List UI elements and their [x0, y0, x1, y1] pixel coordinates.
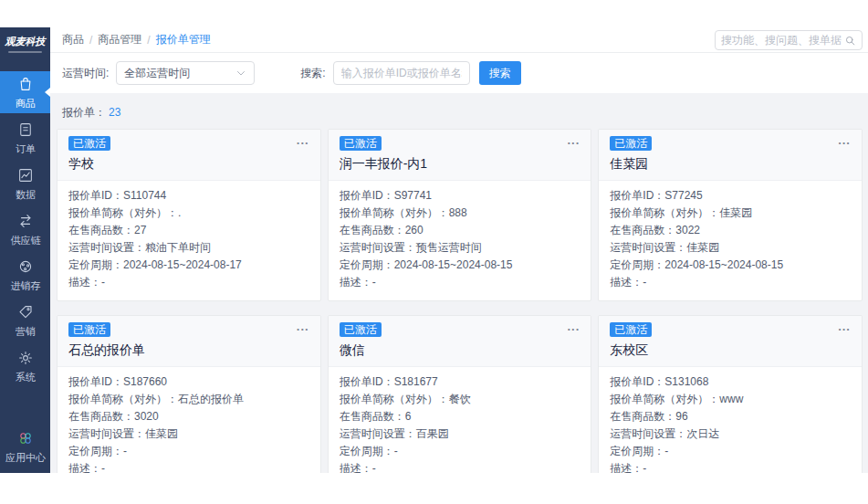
global-search-box[interactable] — [715, 30, 863, 50]
search-button[interactable]: 搜索 — [479, 61, 521, 85]
main-area: 商品 / 商品管理 / 报价单管理 运营时间: 全部运营时间 搜索: 搜索 报价… — [50, 27, 868, 473]
quotation-search-input[interactable] — [333, 61, 470, 85]
field-value: S187660 — [123, 375, 167, 388]
quotation-card-body: 报价单ID：S131068报价单简称（对外）：www在售商品数：96运营时间设置… — [599, 367, 862, 473]
field-label: 定价周期： — [340, 258, 394, 271]
field-value: 3020 — [134, 410, 159, 423]
topbar: 商品 / 商品管理 / 报价单管理 — [50, 27, 868, 53]
sidebar-item-inventory[interactable]: 进销存 — [0, 254, 50, 296]
status-badge: 已激活 — [340, 322, 382, 337]
field-value: - — [372, 462, 376, 473]
quotation-card-header: 已激活 ... 学校 — [58, 130, 320, 181]
field-value: 96 — [675, 410, 687, 423]
card-field-pricing_period: 定价周期：2024-08-15~2024-08-17 — [68, 257, 309, 274]
sidebar-item-orders[interactable]: 订单 — [0, 117, 50, 159]
bag-icon — [17, 76, 34, 95]
field-label: 在售商品数： — [68, 410, 134, 423]
field-value: - — [643, 462, 646, 473]
card-field-description: 描述：- — [68, 460, 309, 473]
sidebar-item-label: 进销存 — [10, 280, 40, 290]
field-label: 描述： — [68, 462, 101, 473]
card-field-short_name: 报价单简称（对外）：餐饮 — [340, 391, 580, 408]
field-label: 运营时间设置： — [340, 241, 416, 254]
quotation-title: 微信 — [340, 342, 580, 359]
card-field-pricing_period: 定价周期：- — [68, 443, 309, 460]
sidebar-item-label: 数据 — [15, 189, 35, 199]
field-label: 定价周期： — [610, 445, 664, 457]
quotation-card-body: 报价单ID：S97741报价单简称（对外）：888在售商品数：260运营时间设置… — [329, 181, 591, 300]
status-badge: 已激活 — [610, 136, 652, 151]
field-label: 定价周期： — [68, 445, 123, 457]
field-value: S110744 — [123, 189, 166, 202]
card-field-description: 描述：- — [340, 274, 580, 291]
field-label: 报价单简称（对外）： — [68, 393, 178, 405]
card-field-short_name: 报价单简称（对外）：佳菜园 — [610, 205, 851, 222]
field-label: 报价单简称（对外）： — [610, 393, 719, 405]
status-badge: 已激活 — [68, 136, 110, 151]
quotation-card-header: 已激活 ... 石总的报价单 — [58, 316, 320, 367]
card-field-operation_time: 运营时间设置：佳菜园 — [610, 239, 851, 257]
operation-time-select[interactable]: 全部运营时间 — [116, 61, 255, 85]
card-more-menu-button[interactable]: ... — [297, 133, 309, 147]
breadcrumb-goods-management[interactable]: 商品管理 — [98, 32, 141, 47]
quotation-card-header: 已激活 ... 佳菜园 — [599, 130, 862, 181]
global-search-input[interactable] — [721, 34, 844, 47]
field-value: - — [123, 445, 127, 457]
card-more-menu-button[interactable]: ... — [838, 133, 851, 147]
quotation-card: 已激活 ... 石总的报价单 报价单ID：S187660报价单简称（对外）：石总… — [57, 315, 321, 473]
sidebar-item-app-center[interactable]: 应用中心 — [0, 425, 50, 467]
gear-icon — [17, 350, 34, 369]
card-field-id: 报价单ID：S97741 — [340, 187, 580, 205]
card-field-id: 报价单ID：S131068 — [610, 373, 851, 391]
field-value: S181677 — [394, 375, 438, 388]
quotation-search-label: 搜索: — [300, 66, 325, 81]
sidebar-item-goods[interactable]: 商品 — [0, 71, 50, 113]
field-label: 报价单ID： — [340, 189, 394, 202]
card-field-id: 报价单ID：S77245 — [610, 187, 851, 205]
field-value: 预售运营时间 — [416, 241, 482, 254]
breadcrumb-separator: / — [89, 34, 92, 47]
card-field-product_count: 在售商品数：3022 — [610, 222, 851, 239]
tag-icon — [17, 304, 34, 323]
card-more-menu-button[interactable]: ... — [567, 133, 580, 147]
sidebar-item-supply-chain[interactable]: 供应链 — [0, 208, 50, 250]
filter-bar: 运营时间: 全部运营时间 搜索: 搜索 — [50, 53, 868, 93]
quotation-card-body: 报价单ID：S77245报价单简称（对外）：佳菜园在售商品数：3022运营时间设… — [599, 181, 862, 300]
field-value: 餐饮 — [449, 393, 471, 405]
quotation-card-header: 已激活 ... 微信 — [329, 316, 591, 367]
quotation-card: 已激活 ... 东校区 报价单ID：S131068报价单简称（对外）：www在售… — [598, 315, 863, 473]
quotation-card-header: 已激活 ... 润一丰报价-内1 — [329, 130, 591, 181]
field-label: 报价单简称（对外）： — [610, 206, 719, 219]
card-more-menu-button[interactable]: ... — [297, 320, 309, 333]
field-label: 描述： — [68, 276, 101, 289]
field-value: 3022 — [675, 224, 700, 236]
breadcrumb-goods[interactable]: 商品 — [62, 32, 84, 47]
card-field-id: 报价单ID：S187660 — [68, 373, 309, 391]
field-label: 在售商品数： — [610, 410, 675, 423]
sidebar-item-data[interactable]: 数据 — [0, 163, 50, 205]
field-label: 报价单简称（对外）： — [68, 206, 178, 219]
field-value: 佳菜园 — [145, 427, 178, 440]
field-label: 描述： — [610, 276, 643, 289]
sidebar-item-label: 营销 — [15, 326, 35, 336]
sidebar-item-marketing[interactable]: 营销 — [0, 299, 50, 341]
field-value: - — [643, 276, 646, 289]
card-field-operation_time: 运营时间设置：预售运营时间 — [340, 239, 580, 257]
quotation-count-row: 报价单：23 — [57, 99, 863, 129]
card-field-product_count: 在售商品数：260 — [340, 222, 580, 239]
breadcrumb-separator: / — [147, 34, 150, 47]
sidebar-item-system[interactable]: 系统 — [0, 345, 50, 387]
card-field-pricing_period: 定价周期：- — [610, 443, 851, 460]
quotation-title: 润一丰报价-内1 — [340, 156, 580, 173]
field-value: - — [372, 276, 376, 289]
field-label: 报价单ID： — [610, 189, 664, 202]
card-more-menu-button[interactable]: ... — [567, 320, 580, 333]
card-more-menu-button[interactable]: ... — [838, 320, 851, 333]
card-field-operation_time: 运营时间设置：佳菜园 — [68, 425, 309, 443]
quotation-card-body: 报价单ID：S187660报价单简称（对外）：石总的报价单在售商品数：3020运… — [58, 367, 320, 473]
field-label: 报价单ID： — [340, 375, 394, 388]
app-logo-text: 观麦科技 — [3, 35, 47, 48]
field-label: 运营时间设置： — [68, 241, 145, 254]
field-value: 2024-08-15~2024-08-17 — [123, 258, 242, 271]
card-field-pricing_period: 定价周期：- — [340, 443, 580, 460]
